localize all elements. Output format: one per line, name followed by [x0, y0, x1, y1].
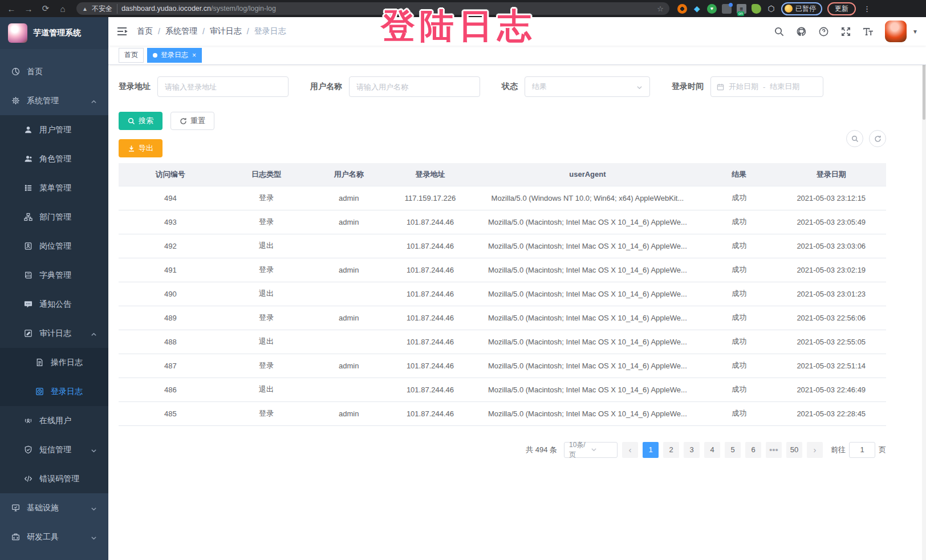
tag-close-icon[interactable]: × — [192, 51, 196, 59]
table-row[interactable]: 488退出101.87.244.46Mozilla/5.0 (Macintosh… — [119, 330, 886, 354]
column-header[interactable]: 访问编号 — [119, 163, 222, 186]
page-size-select[interactable]: 10条/页 — [564, 442, 618, 458]
sidebar-item[interactable]: 操作日志 — [0, 348, 108, 377]
prev-page-button[interactable]: ‹ — [622, 442, 638, 458]
export-button[interactable]: 导出 — [119, 139, 163, 157]
table-body: 494登录admin117.159.17.226Mozilla/5.0 (Win… — [119, 186, 886, 425]
next-page-button[interactable]: › — [807, 442, 823, 458]
forward-icon[interactable]: → — [22, 2, 35, 15]
search-icon[interactable] — [774, 26, 785, 37]
sidebar-item[interactable]: 登录日志 — [0, 377, 108, 406]
table-row[interactable]: 487登录admin101.87.244.46Mozilla/5.0 (Maci… — [119, 354, 886, 378]
browser-menu-icon[interactable]: ⋮ — [861, 5, 873, 13]
address-input[interactable] — [157, 76, 289, 97]
cell: Mozilla/5.0 (Macintosh; Intel Mac OS X 1… — [473, 234, 702, 258]
page-button[interactable]: 3 — [684, 442, 700, 458]
sidebar-item[interactable]: 在线用户 — [0, 406, 108, 435]
table-row[interactable]: 494登录admin117.159.17.226Mozilla/5.0 (Win… — [119, 186, 886, 210]
sidebar-logo[interactable]: 芋道管理系统 — [0, 17, 108, 49]
cell: 成功 — [702, 282, 777, 306]
login-log-table: 访问编号日志类型用户名称登录地址userAgent结果登录日期 494登录adm… — [119, 163, 886, 426]
extension-list-icon[interactable]: ≡on — [737, 4, 746, 14]
page-scrollbar[interactable] — [922, 17, 926, 560]
breadcrumb-item[interactable]: 系统管理 — [165, 26, 197, 36]
table-row[interactable]: 491登录admin101.87.244.46Mozilla/5.0 (Maci… — [119, 258, 886, 282]
column-header[interactable]: 结果 — [702, 163, 777, 186]
back-icon[interactable]: ← — [5, 2, 18, 15]
table-row[interactable]: 485登录admin101.87.244.46Mozilla/5.0 (Maci… — [119, 401, 886, 425]
sidebar-item-label: 错误码管理 — [39, 474, 79, 484]
page-button[interactable]: 5 — [725, 442, 741, 458]
update-button[interactable]: 更新 — [827, 2, 856, 15]
column-header[interactable]: 用户名称 — [310, 163, 387, 186]
page-button[interactable]: 1 — [643, 442, 659, 458]
sidebar-item[interactable]: 错误码管理 — [0, 464, 108, 493]
sms-icon — [24, 445, 33, 454]
extension-orange-icon[interactable] — [677, 4, 687, 14]
search-button[interactable]: 搜索 — [119, 112, 163, 130]
column-header[interactable]: 登录地址 — [387, 163, 473, 186]
chevron-down-icon — [91, 505, 97, 511]
extension-heart-icon[interactable]: ♥ — [707, 4, 717, 14]
page-button[interactable]: 2 — [663, 442, 679, 458]
home-icon[interactable]: ⌂ — [56, 2, 70, 15]
breadcrumb-item[interactable]: 审计日志 — [210, 26, 242, 36]
cell: admin — [310, 258, 387, 282]
user-avatar[interactable] — [885, 21, 907, 42]
breadcrumb-item[interactable]: 登录日志 — [254, 26, 286, 36]
sidebar-item[interactable]: 研发工具 — [0, 522, 108, 551]
hide-search-icon[interactable] — [846, 130, 863, 147]
reset-button[interactable]: 重置 — [170, 112, 214, 130]
sidebar-item[interactable]: 用户管理 — [0, 115, 108, 144]
sidebar-toggle-icon[interactable] — [116, 26, 128, 37]
sidebar-item[interactable]: 字典管理 — [0, 261, 108, 290]
cell: 成功 — [702, 354, 777, 378]
extension-diamond-icon[interactable]: ◆ — [692, 4, 702, 14]
tag-item[interactable]: 首页 — [119, 48, 144, 63]
github-icon[interactable] — [796, 26, 807, 37]
goto-page-input[interactable] — [849, 442, 875, 458]
font-size-icon[interactable] — [863, 26, 874, 37]
sidebar-item[interactable]: 通知公告 — [0, 290, 108, 319]
help-icon[interactable] — [818, 26, 829, 37]
address-bar[interactable]: ▲ 不安全 dashboard.yudao.iocoder.cn/system/… — [76, 2, 669, 15]
sidebar-item[interactable]: 岗位管理 — [0, 232, 108, 261]
sidebar-item[interactable]: 部门管理 — [0, 202, 108, 232]
column-header[interactable]: userAgent — [473, 163, 702, 186]
extension-grid-icon[interactable] — [722, 4, 732, 14]
table-row[interactable]: 493登录admin101.87.244.46Mozilla/5.0 (Maci… — [119, 210, 886, 234]
table-row[interactable]: 492退出101.87.244.46Mozilla/5.0 (Macintosh… — [119, 234, 886, 258]
sidebar-item[interactable]: 短信管理 — [0, 435, 108, 464]
tag-label: 首页 — [124, 50, 138, 60]
sidebar-item[interactable]: 角色管理 — [0, 144, 108, 173]
refresh-table-icon[interactable] — [869, 130, 886, 147]
breadcrumb-item[interactable]: 首页 — [137, 26, 153, 36]
paused-badge[interactable]: 已暂停 — [781, 2, 822, 15]
extension-bird-icon[interactable] — [752, 4, 761, 14]
avatar-caret-down-icon[interactable]: ▼ — [912, 29, 918, 35]
tag-active[interactable]: 登录日志× — [147, 48, 202, 63]
cell: 486 — [119, 378, 222, 401]
reload-icon[interactable]: ⟳ — [39, 2, 52, 15]
column-header[interactable]: 日志类型 — [222, 163, 311, 186]
sidebar-item[interactable]: 审计日志 — [0, 319, 108, 348]
date-range-picker[interactable]: 开始日期 - 结束日期 — [710, 76, 823, 97]
sidebar-item[interactable]: 基础设施 — [0, 493, 108, 522]
fullscreen-icon[interactable] — [840, 26, 851, 37]
security-label[interactable]: 不安全 — [92, 4, 117, 14]
table-row[interactable]: 490退出101.87.244.46Mozilla/5.0 (Macintosh… — [119, 282, 886, 306]
sidebar-item[interactable]: 首页 — [0, 57, 108, 86]
sidebar-item[interactable]: 系统管理 — [0, 86, 108, 115]
sidebar-item[interactable]: 菜单管理 — [0, 173, 108, 202]
table-row[interactable]: 486退出101.87.244.46Mozilla/5.0 (Macintosh… — [119, 378, 886, 401]
column-header[interactable]: 登录日期 — [776, 163, 886, 186]
username-input[interactable] — [349, 76, 480, 97]
extensions-puzzle-icon[interactable]: ⬡ — [766, 4, 776, 14]
page-button[interactable]: 6 — [745, 442, 761, 458]
bookmark-star-icon[interactable]: ☆ — [657, 5, 664, 13]
cell: 2021-05-03 22:28:45 — [776, 401, 886, 425]
status-select[interactable]: 结果 — [525, 76, 650, 97]
page-button[interactable]: 50 — [786, 442, 802, 458]
table-row[interactable]: 489登录admin101.87.244.46Mozilla/5.0 (Maci… — [119, 306, 886, 330]
page-button[interactable]: 4 — [704, 442, 720, 458]
